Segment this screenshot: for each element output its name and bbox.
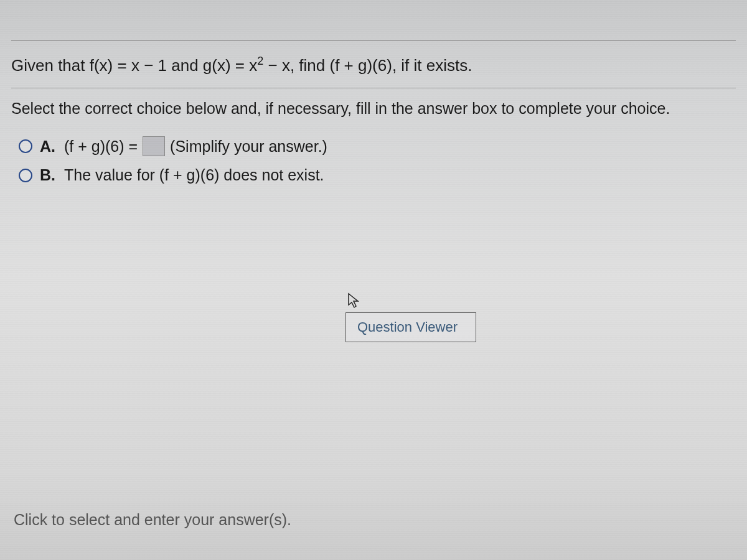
choice-a-text: (f + g)(6) = (Simplify your answer.) <box>64 136 327 156</box>
choice-b-label: B. <box>40 166 55 184</box>
question-exponent: 2 <box>257 55 263 67</box>
choice-b-text: The value for (f + g)(6) does not exist. <box>64 166 324 184</box>
cursor-icon <box>347 292 362 310</box>
footer-instruction: Click to select and enter your answer(s)… <box>14 511 291 529</box>
choice-a-suffix: (Simplify your answer.) <box>170 138 327 156</box>
choice-a-row[interactable]: A. (f + g)(6) = (Simplify your answer.) <box>19 136 736 156</box>
tooltip-box: Question Viewer <box>345 312 476 342</box>
question-suffix: − x, find (f + g)(6), if it exists. <box>263 56 472 75</box>
choice-a-prefix: (f + g)(6) = <box>64 138 138 156</box>
instruction-text: Select the correct choice below and, if … <box>11 100 736 136</box>
answer-input-box[interactable] <box>143 136 165 156</box>
radio-a[interactable] <box>19 139 32 153</box>
question-prompt: Given that f(x) = x − 1 and g(x) = x2 − … <box>11 41 736 88</box>
question-container: Given that f(x) = x − 1 and g(x) = x2 − … <box>0 40 747 184</box>
question-prefix: Given that f(x) = x − 1 and g(x) = x <box>11 56 257 75</box>
mid-divider <box>11 88 736 88</box>
radio-b[interactable] <box>19 169 32 182</box>
tooltip-area: Question Viewer <box>345 292 476 342</box>
choice-a-label: A. <box>40 138 55 156</box>
choice-b-row[interactable]: B. The value for (f + g)(6) does not exi… <box>19 166 736 184</box>
